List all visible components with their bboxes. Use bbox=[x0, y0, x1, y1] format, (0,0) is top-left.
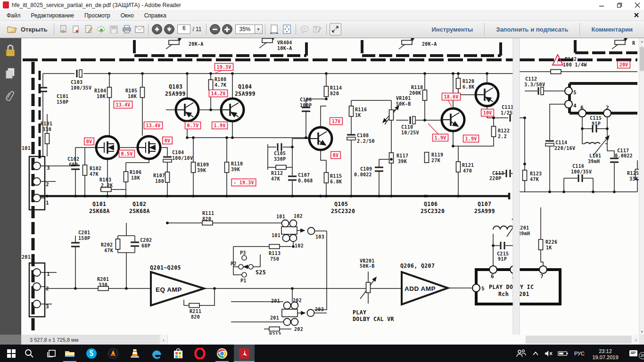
microsoft-store-icon bbox=[173, 348, 183, 359]
svg-text:7: 7 bbox=[540, 273, 544, 280]
svg-text:T: T bbox=[314, 27, 317, 32]
tools-link[interactable]: Инструменты bbox=[425, 26, 479, 33]
svg-text:Q201~Q205: Q201~Q205 bbox=[150, 264, 181, 271]
svg-text:3: 3 bbox=[46, 304, 49, 310]
text-markup-button[interactable]: T bbox=[312, 23, 323, 35]
task-view-icon bbox=[47, 349, 57, 358]
close-document-icon[interactable] bbox=[634, 12, 639, 18]
email-icon bbox=[135, 26, 144, 33]
svg-text:202: 202 bbox=[294, 327, 303, 332]
attachments-icon[interactable] bbox=[5, 90, 16, 104]
horizontal-scroll-thumb[interactable] bbox=[526, 336, 632, 344]
open-button[interactable]: Открыть bbox=[4, 24, 51, 35]
menu-file[interactable]: Файл bbox=[7, 12, 21, 19]
action-center-button[interactable]: 20 bbox=[622, 350, 644, 357]
chrome-button[interactable] bbox=[212, 345, 232, 362]
lock-icon[interactable] bbox=[5, 44, 16, 57]
svg-text:R202: R202 bbox=[101, 242, 113, 247]
scroll-right-icon[interactable]: › bbox=[633, 335, 639, 345]
zoom-dropdown-caret[interactable]: ▼ bbox=[255, 25, 263, 34]
svg-text:P2: P2 bbox=[231, 261, 237, 266]
svg-text:C116: C116 bbox=[572, 164, 584, 169]
language-indicator[interactable]: РУС bbox=[570, 351, 588, 356]
svg-text:C101: C101 bbox=[57, 94, 68, 99]
save-button[interactable] bbox=[108, 23, 120, 35]
vlc-button[interactable] bbox=[124, 345, 145, 362]
svg-text:2SK68A: 2SK68A bbox=[89, 208, 110, 214]
svg-text:R108: R108 bbox=[215, 77, 226, 82]
comment-bubble-button[interactable] bbox=[299, 23, 311, 35]
svg-text:201: 201 bbox=[270, 315, 279, 321]
tray-chevron-icon[interactable] bbox=[529, 352, 542, 355]
microsoft-store-button[interactable] bbox=[168, 345, 189, 362]
create-pdf-button[interactable] bbox=[70, 23, 82, 35]
zoom-level-value[interactable]: 35% bbox=[235, 25, 255, 34]
navigation-sidebar bbox=[0, 38, 21, 335]
svg-text:2SK68A: 2SK68A bbox=[129, 208, 150, 214]
clock[interactable]: 23:12 19.07.2019 bbox=[588, 346, 622, 361]
svg-text:3: 3 bbox=[47, 165, 50, 171]
svg-text:1.9V: 1.9V bbox=[465, 136, 477, 141]
svg-text:1K: 1K bbox=[355, 113, 361, 118]
battery-icon[interactable] bbox=[555, 351, 570, 356]
expand-arrows-icon bbox=[331, 25, 339, 33]
scroll-up-icon[interactable]: ▲ bbox=[639, 38, 644, 44]
fill-sign-link[interactable]: Заполнить и подписать bbox=[489, 26, 575, 33]
zoom-out-button[interactable] bbox=[210, 24, 220, 34]
svg-text:1K: 1K bbox=[546, 245, 552, 250]
menu-help[interactable]: Справка bbox=[144, 12, 166, 19]
pages-panel-icon[interactable] bbox=[5, 67, 16, 80]
email-button[interactable] bbox=[133, 23, 145, 35]
svg-text:91P: 91P bbox=[592, 121, 601, 126]
file-explorer-button[interactable] bbox=[59, 345, 80, 362]
skype-icon: S bbox=[86, 348, 97, 359]
plus-icon bbox=[224, 27, 230, 32]
skype-button[interactable]: S bbox=[81, 345, 102, 362]
close-button[interactable] bbox=[635, 2, 640, 8]
vertical-scroll-thumb[interactable] bbox=[640, 47, 644, 71]
scroll-left-icon[interactable]: ‹ bbox=[160, 335, 167, 345]
fit-width-button[interactable] bbox=[268, 23, 280, 35]
send-file-button[interactable] bbox=[57, 23, 69, 35]
page-number-input[interactable]: 6 bbox=[177, 25, 190, 34]
schematic-drawing: !20K-AVR40410K-A20K-ARC103100/35VC101150… bbox=[21, 38, 639, 335]
svg-text:2SC2320: 2SC2320 bbox=[421, 208, 445, 214]
pdf-page[interactable]: !20K-AVR40410K-A20K-ARC103100/35VC101150… bbox=[21, 38, 639, 335]
svg-text:R115: R115 bbox=[330, 173, 342, 179]
sign-document-button[interactable] bbox=[83, 23, 94, 35]
svg-text:P3: P3 bbox=[240, 250, 246, 255]
aimp-button[interactable] bbox=[103, 345, 124, 362]
opera-button[interactable] bbox=[190, 345, 210, 362]
svg-text:102: 102 bbox=[295, 243, 304, 248]
file-explorer-icon bbox=[65, 349, 75, 358]
comments-link[interactable]: Комментарии bbox=[585, 26, 639, 33]
svg-text:Q105: Q105 bbox=[334, 201, 348, 207]
zoom-in-button[interactable] bbox=[222, 24, 232, 34]
next-page-button[interactable] bbox=[164, 24, 174, 34]
search-button[interactable] bbox=[19, 345, 40, 362]
adobe-reader-taskbar-button[interactable] bbox=[234, 345, 255, 362]
upload-cloud-button[interactable] bbox=[95, 23, 107, 35]
restore-button[interactable] bbox=[617, 2, 622, 8]
volume-muted-icon[interactable] bbox=[542, 350, 555, 357]
fit-page-button[interactable] bbox=[281, 23, 293, 35]
svg-text:18K: 18K bbox=[131, 175, 140, 181]
menu-window[interactable]: Окно bbox=[121, 12, 134, 19]
minimize-button[interactable] bbox=[599, 2, 604, 8]
people-icon[interactable] bbox=[513, 349, 529, 358]
svg-text:C115: C115 bbox=[590, 115, 602, 121]
previous-page-button[interactable] bbox=[152, 24, 162, 34]
svg-text:PLAY: PLAY bbox=[353, 309, 366, 316]
horizontal-scrollbar[interactable] bbox=[168, 335, 633, 345]
scroll-down-icon[interactable]: ▼ bbox=[639, 329, 644, 335]
reading-mode-button[interactable] bbox=[330, 23, 341, 35]
svg-text:R113: R113 bbox=[269, 251, 281, 256]
svg-text:0V: 0V bbox=[86, 139, 92, 144]
print-button[interactable] bbox=[121, 23, 132, 35]
menu-edit[interactable]: Редактирование bbox=[31, 12, 74, 19]
svg-text:C114: C114 bbox=[555, 140, 567, 145]
svg-text:C108: C108 bbox=[357, 133, 369, 138]
menu-view[interactable]: Просмотр bbox=[84, 12, 110, 19]
edge-button[interactable] bbox=[146, 345, 167, 362]
vertical-scrollbar[interactable]: ▲ ▼ bbox=[639, 38, 644, 335]
